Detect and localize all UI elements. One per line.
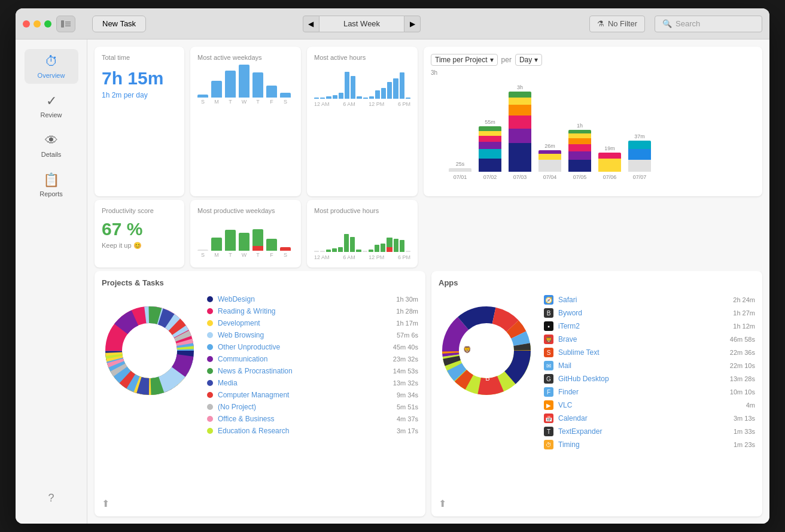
project-dot [207,356,213,362]
bar-groups: 25s 07/01 55m [431,69,755,180]
most-active-weekdays-widget: Most active weekdays S M T [190,47,301,196]
productivity-message: Keep it up 😊 [102,242,177,250]
app-icon: G [544,374,553,384]
app-list-item: T TextExpander 1m 33s [544,425,755,438]
app-name: Sublime Text [558,348,725,357]
project-dot [207,392,213,398]
project-time: 57m 6s [397,332,418,339]
sidebar-label-review: Review [40,111,62,118]
top-widgets-row: Total time 7h 15m 1h 2m per day Most act… [87,39,769,200]
app-list-item: F Finder 10m 10s [544,385,755,399]
app-icon: F [544,387,553,397]
period-label: Last Week [320,16,404,32]
app-time: 1h 27m [733,309,755,317]
app-list-item: 📅 Calendar 3m 13s [544,412,755,425]
bar-t1 [225,71,236,98]
project-name: Development [218,319,391,327]
project-name: Communication [218,355,388,363]
project-dot [207,332,213,338]
project-list-item: WebDesign 1h 30m [207,293,418,305]
per-day-value: 1h 2m per day [102,91,177,99]
svg-point-16 [130,332,169,370]
project-time: 13m 32s [393,379,418,387]
project-time: 1h 28m [396,308,418,315]
minimize-button[interactable] [34,20,41,28]
new-task-button[interactable]: New Task [92,16,146,32]
app-name: VLC [558,401,741,409]
close-button[interactable] [23,20,30,28]
overview-icon: ⏱ [45,54,58,69]
project-name: Other Unproductive [218,343,388,351]
app-icon: 📅 [544,414,553,423]
project-name: Media [218,379,388,387]
project-name: Office & Business [218,415,392,423]
bottom-section: Projects & Tasks [87,271,769,524]
project-list-item: Office & Business 4m 37s [207,413,418,425]
sidebar-item-overview[interactable]: ⏱ Overview [25,49,78,84]
bar-group-0707: 37m 07/07 [628,133,651,180]
project-time: 1h 30m [396,296,418,303]
details-icon: 👁 [45,133,58,148]
app-time: 1h 12m [733,323,755,330]
sidebar-item-details[interactable]: 👁 Details [25,128,78,163]
bar-group-0705: 1h 07/05 [568,123,591,180]
app-time: 22m 10s [730,362,755,369]
project-name: (No Project) [218,403,392,411]
svg-rect-0 [61,20,64,28]
app-list-item: 🦁 Brave 46m 58s [544,333,755,346]
project-time: 14m 53s [393,367,418,375]
project-list-item: Development 1h 17m [207,317,418,329]
app-list-item: ✉ Mail 22m 10s [544,359,755,372]
app-time: 1m 33s [734,428,755,435]
search-input[interactable]: 🔍 Search [655,16,762,32]
project-dot [207,416,213,422]
most-productive-weekdays-title: Most productive weekdays [197,207,294,214]
app-time: 3m 13s [734,415,755,422]
svg-text:B: B [480,335,483,341]
traffic-lights [23,20,51,28]
app-name: Byword [558,309,728,317]
sidebar-item-reports[interactable]: 📋 Reports [25,168,78,202]
apps-title: Apps [439,278,755,287]
projects-export-button[interactable]: ⬆ [102,498,418,509]
app-name: iTerm2 [558,322,728,330]
total-time-value: 7h 15m [102,68,177,89]
project-dot [207,296,213,302]
projects-widget: Projects & Tasks [95,271,425,516]
app-icon: S [544,348,553,357]
prev-period-button[interactable]: ◀ [303,16,320,32]
project-time: 4m 37s [397,415,418,422]
middle-widgets-row: Productivity score 67 % Keep it up 😊 Mos… [87,200,769,271]
app-name: Calendar [558,414,729,422]
bar-f [266,86,277,98]
apps-export-button[interactable]: ⬆ [439,498,755,509]
projects-list: WebDesign 1h 30m Reading & Writing 1h 28… [207,293,418,493]
project-time: 45m 40s [393,343,418,351]
project-dot [207,368,213,374]
app-icon: T [544,427,553,436]
svg-text:B: B [485,375,489,382]
project-list-item: News & Procrastination 14m 53s [207,365,418,377]
project-list-item: Web Browsing 57m 6s [207,329,418,341]
project-name: News & Procrastination [218,367,388,375]
project-list-item: Education & Research 3m 17s [207,425,418,437]
period-dropdown[interactable]: Day ▾ [515,54,542,66]
sidebar-label-details: Details [41,151,62,158]
svg-rect-2 [65,23,71,25]
project-name: Computer Managment [218,391,392,399]
next-period-button[interactable]: ▶ [404,16,421,32]
project-time: 23m 32s [393,355,418,363]
time-per-project-dropdown[interactable]: Time per Project ▾ [431,54,498,66]
project-dot [207,428,213,434]
project-list-item: Other Unproductive 45m 40s [207,341,418,353]
filter-button[interactable]: ⚗ No Filter [589,16,645,32]
review-icon: ✓ [46,93,57,109]
project-dot [207,380,213,386]
project-list-item: Communication 23m 32s [207,353,418,365]
maximize-button[interactable] [44,20,51,28]
sidebar-toggle-button[interactable] [56,16,75,32]
svg-rect-3 [65,25,71,26]
projects-donut-chart [102,303,197,399]
help-button[interactable]: ? [48,492,54,504]
sidebar-item-review[interactable]: ✓ Review [25,89,78,123]
